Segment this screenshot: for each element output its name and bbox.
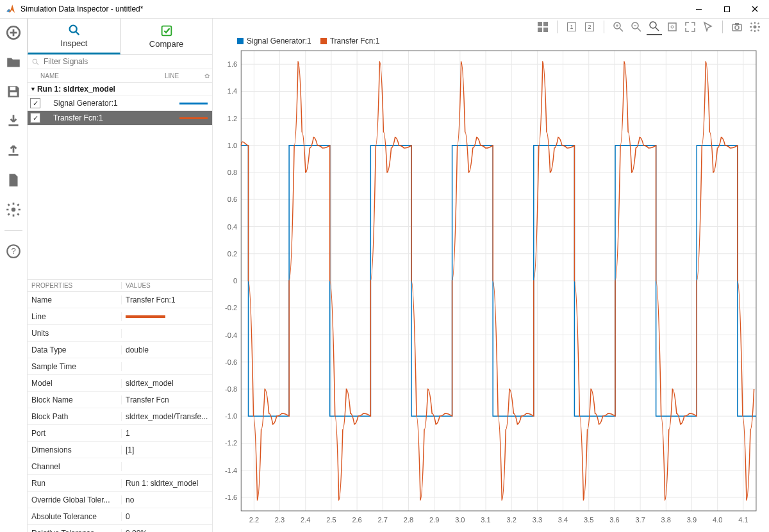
- signal-table-header: NAME LINE ✿: [28, 69, 212, 83]
- tab-inspect[interactable]: Inspect: [28, 19, 120, 54]
- properties-col-header: PROPERTIES: [28, 282, 122, 289]
- open-folder-button[interactable]: [3, 52, 24, 72]
- export-button[interactable]: [3, 140, 24, 161]
- svg-rect-7: [10, 87, 16, 90]
- signal-row[interactable]: ✓ Signal Generator:1: [28, 96, 212, 111]
- svg-text:2.4: 2.4: [301, 516, 310, 524]
- svg-text:3.2: 3.2: [507, 516, 517, 524]
- window-close-button[interactable]: [741, 0, 769, 18]
- left-icon-rail: ?: [0, 19, 28, 532]
- tab-compare-label: Compare: [149, 39, 183, 49]
- svg-point-37: [754, 26, 757, 29]
- snapshot-button[interactable]: [729, 19, 745, 35]
- window-maximize-button[interactable]: [713, 0, 741, 18]
- svg-text:2.6: 2.6: [352, 516, 361, 524]
- property-row[interactable]: Port1: [28, 425, 212, 442]
- signal-panel: Inspect Compare NAME LINE ✿ ▼ Run 1: sld…: [28, 19, 213, 532]
- run-row[interactable]: ▼ Run 1: sldrtex_model: [28, 83, 212, 96]
- zoom-time-button[interactable]: [647, 19, 662, 35]
- new-file-button[interactable]: [3, 170, 24, 190]
- cursor-button[interactable]: [700, 19, 716, 35]
- svg-text:2.8: 2.8: [404, 516, 413, 524]
- help-button[interactable]: ?: [3, 241, 24, 262]
- svg-text:3.3: 3.3: [533, 516, 542, 524]
- property-value: sldrtex_model: [122, 379, 212, 388]
- property-row[interactable]: Channel: [28, 458, 212, 475]
- property-value: sldrtex_model/Transfe...: [122, 412, 212, 421]
- svg-text:2.7: 2.7: [378, 516, 388, 524]
- expand-button[interactable]: [682, 19, 698, 35]
- property-key: Channel: [28, 462, 122, 471]
- svg-text:3.5: 3.5: [584, 516, 593, 524]
- signal-name: Signal Generator:1: [43, 99, 175, 108]
- plot-legend: Signal Generator:1Transfer Fcn:1: [213, 35, 769, 46]
- property-key: Line: [28, 312, 122, 321]
- property-row[interactable]: Block NameTransfer Fcn: [28, 392, 212, 408]
- fit-to-view-button[interactable]: [665, 19, 680, 35]
- filter-row: [28, 54, 212, 69]
- filter-signals-input[interactable]: [42, 56, 208, 67]
- svg-text:-1.2: -1.2: [225, 439, 237, 447]
- svg-point-30: [650, 22, 656, 28]
- run-label: Run 1: sldrtex_model: [37, 85, 115, 94]
- svg-rect-19: [538, 22, 542, 26]
- property-row[interactable]: Override Global Toler...no: [28, 492, 212, 508]
- signal-checkbox[interactable]: ✓: [30, 98, 40, 108]
- property-key: Model: [28, 379, 122, 388]
- tab-inspect-label: Inspect: [61, 38, 88, 48]
- property-row[interactable]: Sample Time: [28, 358, 212, 375]
- property-key: Port: [28, 429, 122, 438]
- property-row[interactable]: Block Pathsldrtex_model/Transfe...: [28, 408, 212, 425]
- svg-text:0.6: 0.6: [227, 195, 237, 203]
- settings-button[interactable]: [3, 199, 24, 220]
- save-button[interactable]: [3, 81, 24, 102]
- property-row[interactable]: Units: [28, 325, 212, 342]
- signal-row[interactable]: ✓ Transfer Fcn:1: [28, 111, 212, 126]
- property-row[interactable]: Absolute Tolerance0: [28, 508, 212, 525]
- gear-icon[interactable]: ✿: [202, 72, 212, 79]
- chart-area[interactable]: 2.22.32.42.52.62.72.82.93.03.13.23.33.43…: [213, 47, 769, 532]
- property-key: Run: [28, 479, 122, 488]
- svg-text:2.5: 2.5: [326, 516, 336, 524]
- svg-text:-0.6: -0.6: [225, 358, 237, 365]
- zoom-out-button[interactable]: [629, 19, 644, 35]
- chevron-down-icon: ▼: [30, 86, 36, 92]
- svg-text:0: 0: [233, 277, 237, 285]
- matlab-logo-icon: [5, 3, 17, 15]
- signal-checkbox[interactable]: ✓: [30, 113, 40, 123]
- svg-point-11: [12, 208, 16, 212]
- layout-grid-button[interactable]: [535, 19, 550, 35]
- svg-text:1.0: 1.0: [227, 142, 237, 149]
- svg-text:-1.6: -1.6: [225, 494, 237, 501]
- import-button[interactable]: [3, 111, 24, 131]
- property-row[interactable]: RunRun 1: sldrtex_model: [28, 475, 212, 492]
- plot-settings-button[interactable]: [747, 19, 763, 35]
- property-key: Dimensions: [28, 445, 122, 454]
- window-minimize-button[interactable]: [684, 0, 713, 18]
- property-row[interactable]: NameTransfer Fcn:1: [28, 292, 212, 308]
- subplot-2-button[interactable]: 2: [582, 19, 597, 35]
- tab-compare[interactable]: Compare: [120, 19, 212, 54]
- property-key: Override Global Toler...: [28, 495, 122, 504]
- toolbar-separator: [604, 21, 604, 33]
- property-value: Transfer Fcn: [122, 395, 212, 404]
- property-row[interactable]: Relative Tolerance0.00%: [28, 525, 212, 532]
- zoom-in-button[interactable]: [611, 19, 626, 35]
- property-row[interactable]: Data Typedouble: [28, 342, 212, 358]
- svg-rect-1: [724, 6, 729, 12]
- svg-point-35: [735, 26, 739, 29]
- property-row[interactable]: Modelsldrtex_model: [28, 375, 212, 392]
- values-col-header: VALUES: [122, 282, 212, 289]
- col-line: LINE: [165, 72, 202, 79]
- property-row[interactable]: Line: [28, 308, 212, 325]
- property-row[interactable]: Dimensions[1]: [28, 442, 212, 458]
- svg-rect-22: [543, 28, 548, 32]
- svg-line-15: [76, 32, 79, 35]
- subplot-1-button[interactable]: 1: [564, 19, 579, 35]
- add-run-button[interactable]: [3, 22, 24, 43]
- svg-point-14: [69, 26, 76, 33]
- svg-text:1.4: 1.4: [227, 87, 237, 95]
- toolbar-separator: [722, 21, 723, 33]
- svg-text:-0.8: -0.8: [225, 385, 237, 393]
- svg-text:1.6: 1.6: [227, 60, 237, 68]
